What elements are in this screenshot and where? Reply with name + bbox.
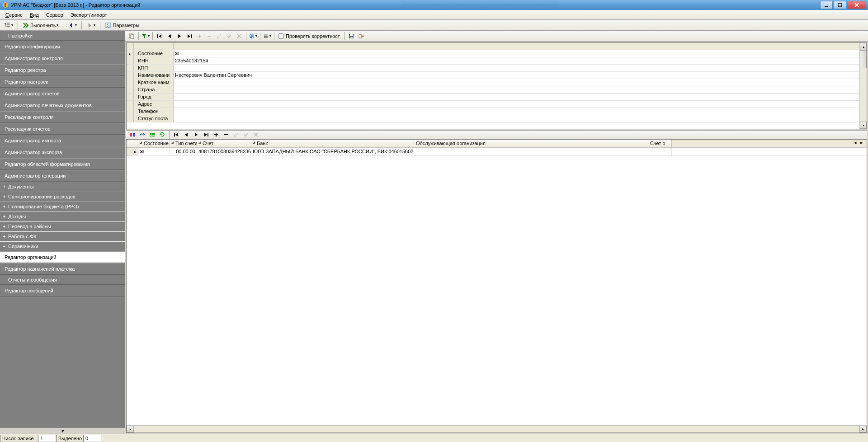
sidebar-item-reports-layout[interactable]: Раскладчик отчетов	[0, 123, 125, 135]
copy-icon[interactable]	[127, 32, 136, 41]
col-header-service-org[interactable]: Обслуживающая организация	[414, 140, 648, 147]
scroll-left-button[interactable]: ◂	[127, 426, 134, 433]
refresh-small-icon[interactable]	[158, 130, 167, 139]
cell-acct-org[interactable]	[648, 148, 672, 155]
field-value-phone[interactable]	[174, 108, 859, 115]
sidebar-item-registry-editor[interactable]: Редактор реестра	[0, 64, 125, 76]
minimize-button[interactable]	[820, 1, 833, 9]
cancel-icon[interactable]	[235, 32, 244, 41]
scroll-track[interactable]	[860, 68, 867, 122]
field-value-shortname[interactable]	[174, 79, 859, 86]
sidebar-item-format-areas-editor[interactable]: Редактор областей форматирования	[0, 158, 125, 170]
sidebar-group-references[interactable]: −Справочники	[0, 241, 125, 251]
value-column-header[interactable]	[174, 43, 859, 50]
sidebar-item-config-editor[interactable]: Редактор конфигурации	[0, 41, 125, 52]
cancel-icon[interactable]	[251, 130, 260, 139]
check-correctness-checkbox[interactable]: Проверять корректност	[277, 33, 342, 39]
sidebar-group-budget-planning[interactable]: +Планирование бюджета (РРО)	[0, 202, 125, 212]
next-record-icon[interactable]	[175, 32, 184, 41]
autofit-icon[interactable]	[138, 130, 147, 139]
confirm-icon[interactable]	[225, 32, 234, 41]
edit-record-icon[interactable]	[215, 32, 224, 41]
field-value-inn[interactable]: 235540132154	[174, 57, 859, 64]
first-record-icon[interactable]	[155, 32, 164, 41]
sidebar-item-settings-editor[interactable]: Редактор настроек	[0, 76, 125, 88]
nav-next-button[interactable]: ▾	[84, 21, 98, 30]
scroll-right-button[interactable]: ▸	[860, 140, 867, 147]
first-record-icon[interactable]	[172, 130, 181, 139]
sidebar-item-generation-admin[interactable]: Администратор генерации	[0, 170, 125, 182]
field-value-city[interactable]	[174, 94, 859, 100]
toggle-view-icon[interactable]	[128, 130, 137, 139]
col-header-bank[interactable]: ◢Банк	[251, 140, 414, 147]
scroll-left-button[interactable]: ◂	[854, 140, 860, 147]
refresh-icon[interactable]: ▾	[249, 32, 258, 41]
field-value-kpp[interactable]	[174, 65, 859, 71]
scroll-down-button[interactable]: ▾	[860, 122, 867, 129]
close-button[interactable]	[847, 1, 866, 9]
add-record-icon[interactable]	[212, 130, 221, 139]
col-header-state[interactable]: ◢Состояние	[138, 140, 170, 147]
menu-service[interactable]: Сервис	[2, 11, 26, 19]
edit-record-icon[interactable]	[231, 130, 241, 139]
nav-prev-button[interactable]: ▾	[66, 21, 79, 30]
menu-server[interactable]: Сервер	[42, 11, 67, 19]
scroll-up-button[interactable]: ▴	[860, 43, 867, 50]
field-value-country[interactable]	[174, 86, 859, 93]
next-record-icon[interactable]	[192, 130, 201, 139]
delete-record-icon[interactable]	[222, 130, 231, 139]
field-value-address[interactable]	[174, 101, 859, 108]
col-header-acct-org[interactable]: Счет о	[648, 140, 672, 147]
vertical-scrollbar[interactable]: ▴ ▾	[859, 43, 867, 129]
field-value-supplier-status[interactable]	[174, 115, 859, 122]
add-record-icon[interactable]	[195, 32, 204, 41]
menu-view[interactable]: Вид	[26, 11, 42, 19]
prev-record-icon[interactable]	[182, 130, 191, 139]
scroll-track[interactable]	[134, 426, 859, 433]
cell-service-org[interactable]	[414, 148, 648, 155]
sidebar-item-control-layout[interactable]: Раскладчик контроля	[0, 111, 125, 123]
print-icon[interactable]: ▾	[263, 32, 272, 41]
last-record-icon[interactable]	[202, 130, 211, 139]
menu-export-import[interactable]: Экспорт/импорт	[67, 11, 111, 19]
cell-state[interactable]: ✉	[138, 148, 170, 155]
maximize-button[interactable]	[834, 1, 846, 9]
prev-record-icon[interactable]	[165, 32, 174, 41]
col-header-acct-type[interactable]: ◢Тип счета	[170, 140, 197, 147]
label-column-header[interactable]	[134, 43, 174, 50]
export-icon[interactable]	[357, 32, 366, 41]
field-value-name[interactable]: Нестерович Валентин Сергеевич	[174, 72, 859, 79]
sidebar-group-income[interactable]: +Доходы	[0, 212, 125, 221]
field-value-status[interactable]: ✉	[174, 50, 859, 57]
sidebar-item-print-docs-admin[interactable]: Администратор печатных документов	[0, 99, 125, 111]
sidebar-scroll-down[interactable]: ▾	[0, 428, 125, 434]
cell-acct-type[interactable]: 00.00.00	[170, 148, 197, 155]
sidebar-group-sanctioning[interactable]: +Санкционирование расходов	[0, 192, 125, 202]
sidebar-group-transfer[interactable]: +Перевод в районы	[0, 221, 125, 231]
nav-tree-button[interactable]: ▾	[2, 21, 15, 30]
save-icon[interactable]	[347, 32, 356, 41]
scroll-thumb[interactable]	[860, 50, 867, 68]
sidebar-item-import-admin[interactable]: Администратор импорта	[0, 135, 125, 146]
sidebar-item-export-admin[interactable]: Администратор экспорта	[0, 146, 125, 158]
scroll-right-button[interactable]: ▸	[859, 426, 867, 433]
params-button[interactable]: Параметры	[103, 21, 142, 30]
list-icon[interactable]	[148, 130, 157, 139]
cell-account[interactable]: 40817810030394282363	[197, 148, 251, 155]
cell-bank[interactable]: ЮГО-ЗАПАДНЫЙ БАНК ОАО "СБЕРБАНК РОССИИ",…	[251, 148, 414, 155]
check-correctness-input[interactable]	[278, 33, 284, 39]
col-header-account[interactable]: ◢Счет	[197, 140, 251, 147]
last-record-icon[interactable]	[185, 32, 194, 41]
sidebar-item-control-admin[interactable]: Администратор контроля	[0, 52, 125, 64]
confirm-icon[interactable]	[241, 130, 250, 139]
sidebar-item-org-editor[interactable]: Редактор организаций	[0, 251, 125, 263]
accounts-row[interactable]: ▸ ✉ 00.00.00 40817810030394282363 ЮГО-ЗА…	[127, 148, 867, 156]
accounts-horizontal-scrollbar[interactable]: ◂ ▸	[127, 425, 867, 433]
sidebar-item-message-editor[interactable]: Редактор сообщений	[0, 285, 125, 296]
sidebar-item-payment-purpose-editor[interactable]: Редактор назначений платежа	[0, 263, 125, 275]
execute-button[interactable]: Выполнить ▾	[20, 21, 61, 30]
sidebar-group-settings[interactable]: −Настройки	[0, 31, 125, 41]
delete-record-icon[interactable]	[205, 32, 214, 41]
sidebar-group-documents[interactable]: +Документы	[0, 182, 125, 192]
sidebar-group-reports-messages[interactable]: −Отчеты и сообщения	[0, 275, 125, 285]
